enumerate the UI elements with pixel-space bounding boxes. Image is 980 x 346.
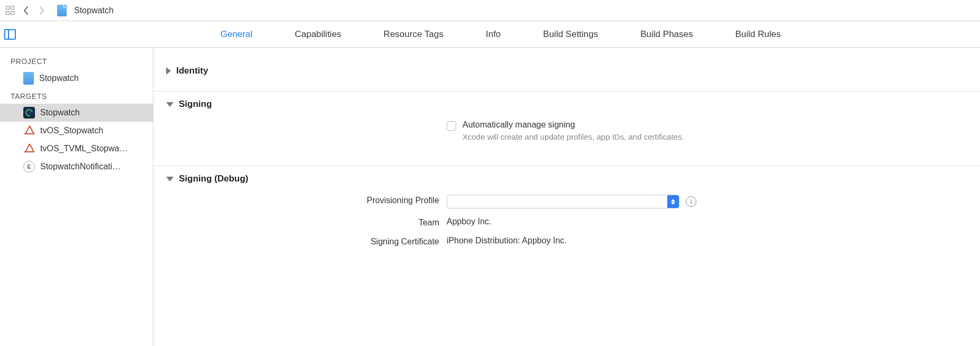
select-knob-icon — [667, 195, 679, 208]
info-icon[interactable]: i — [686, 196, 696, 207]
section-header-signing[interactable]: Signing — [153, 99, 980, 115]
nav-forward-button[interactable] — [36, 4, 48, 17]
targets-section-label: TARGETS — [0, 88, 153, 104]
tab-general[interactable]: General — [220, 29, 252, 40]
tab-capabilities[interactable]: Capabilities — [295, 29, 341, 40]
sidebar-item-label: tvOS_TVML_Stopwa… — [40, 144, 128, 153]
section-title: Signing — [179, 99, 212, 110]
app-icon — [23, 107, 35, 119]
sidebar-target-tvos-tvml[interactable]: tvOS_TVML_Stopwa… — [0, 140, 153, 158]
sidebar-item-label: tvOS_Stopwatch — [40, 126, 103, 135]
targets-sidebar: PROJECT Stopwatch TARGETS Stopwatch tvOS… — [0, 48, 153, 346]
sidebar-target-tvos-stopwatch[interactable]: tvOS_Stopwatch — [0, 122, 153, 140]
related-items-icon[interactable] — [5, 5, 16, 16]
disclosure-down-icon — [166, 177, 174, 181]
extension-icon: E — [23, 161, 35, 172]
sidebar-item-label: StopwatchNotificati… — [40, 162, 121, 171]
auto-signing-checkbox[interactable] — [447, 121, 456, 131]
nav-back-button[interactable] — [20, 4, 32, 17]
breadcrumb-bar: Stopwatch — [0, 0, 980, 21]
tab-build-phases[interactable]: Build Phases — [640, 29, 693, 40]
editor-content: Identity Signing Automatically manage si… — [153, 48, 980, 346]
sidebar-item-label: Stopwatch — [40, 108, 80, 117]
editor-header: General Capabilities Resource Tags Info … — [0, 21, 980, 48]
provisioning-profile-select[interactable] — [447, 195, 679, 208]
tab-info[interactable]: Info — [486, 29, 501, 40]
section-header-identity[interactable]: Identity — [153, 66, 980, 81]
disclosure-down-icon — [166, 102, 174, 107]
sidebar-item-label: Stopwatch — [39, 74, 79, 83]
signing-cert-label: Signing Certificate — [175, 236, 439, 247]
signing-cert-value: iPhone Distribution: Appboy Inc. — [447, 236, 567, 245]
project-icon — [23, 72, 34, 85]
sidebar-target-notification-ext[interactable]: E StopwatchNotificati… — [0, 158, 153, 176]
section-header-signing-debug[interactable]: Signing (Debug) — [153, 174, 980, 189]
section-identity: Identity — [153, 58, 980, 92]
sidebar-target-stopwatch[interactable]: Stopwatch — [0, 104, 153, 122]
project-section-label: PROJECT — [0, 53, 153, 69]
team-value: Appboy Inc. — [447, 217, 492, 226]
disclosure-right-icon — [166, 67, 171, 75]
section-title: Identity — [176, 66, 208, 76]
tvos-app-icon — [23, 143, 35, 154]
tvos-app-icon — [23, 125, 35, 136]
sidebar-project-item[interactable]: Stopwatch — [0, 69, 153, 88]
project-file-icon — [57, 5, 67, 16]
section-title: Signing (Debug) — [179, 174, 248, 184]
auto-signing-label: Automatically manage signing — [462, 120, 684, 130]
tab-build-rules[interactable]: Build Rules — [736, 29, 781, 40]
sidebar-toggle-icon[interactable] — [4, 29, 16, 40]
section-signing: Signing Automatically manage signing Xco… — [153, 92, 980, 166]
breadcrumb-title[interactable]: Stopwatch — [74, 6, 114, 15]
team-label: Team — [175, 217, 439, 227]
tab-build-settings[interactable]: Build Settings — [543, 29, 598, 40]
section-signing-debug: Signing (Debug) Provisioning Profile i T… — [153, 166, 980, 270]
auto-signing-help: Xcode will create and update profiles, a… — [462, 132, 684, 142]
provisioning-profile-label: Provisioning Profile — [175, 195, 439, 205]
tab-resource-tags[interactable]: Resource Tags — [384, 29, 443, 40]
editor-tabs: General Capabilities Resource Tags Info … — [21, 21, 980, 47]
